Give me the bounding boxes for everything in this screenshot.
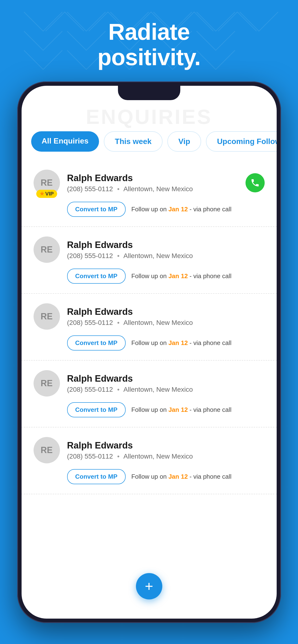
enquiry-details: (208) 555-0112 • Allentown, New Mexico — [67, 452, 265, 460]
followup-text: Follow up on Jan 12 - via phone call — [131, 473, 232, 480]
avatar-container: RE ★VIP — [34, 170, 60, 196]
convert-to-mp-button[interactable]: Convert to MP — [67, 469, 126, 484]
convert-to-mp-button[interactable]: Convert to MP — [67, 202, 126, 217]
convert-to-mp-button[interactable]: Convert to MP — [67, 268, 126, 284]
list-item[interactable]: RE ★VIP Ralph Edwards (208) 555-0112 • A… — [22, 160, 277, 227]
phone-frame: ENQUIRIES All Enquiries This week Vip Up… — [17, 82, 281, 623]
avatar-container: RE — [34, 236, 60, 263]
avatar: RE — [34, 236, 60, 263]
followup-date: Jan 12 — [168, 206, 188, 213]
hero-text: Radiate positivity. — [0, 19, 298, 70]
avatar: RE — [34, 437, 60, 463]
enquiry-name: Ralph Edwards — [67, 440, 265, 451]
separator: • — [117, 319, 120, 326]
enquiry-name: Ralph Edwards — [67, 240, 265, 250]
separator: • — [117, 185, 120, 192]
followup-date: Jan 12 — [168, 473, 188, 480]
action-row: Convert to MP Follow up on Jan 12 - via … — [67, 402, 265, 417]
tab-upcoming-followup[interactable]: Upcoming Followup — [206, 131, 276, 152]
list-item[interactable]: RE Ralph Edwards (208) 555-0112 • Allent… — [22, 227, 277, 294]
action-row: Convert to MP Follow up on Jan 12 - via … — [67, 469, 265, 484]
separator: • — [117, 252, 120, 260]
vip-badge: ★VIP — [36, 190, 57, 198]
enquiry-name: Ralph Edwards — [67, 173, 238, 183]
enquiry-row: RE Ralph Edwards (208) 555-0112 • Allent… — [34, 236, 265, 263]
enquiry-location: Allentown, New Mexico — [123, 252, 193, 260]
list-item[interactable]: RE Ralph Edwards (208) 555-0112 • Allent… — [22, 360, 277, 428]
enquiry-name: Ralph Edwards — [67, 374, 265, 384]
tab-all-enquiries[interactable]: All Enquiries — [31, 131, 99, 152]
avatar: RE — [34, 370, 60, 396]
followup-date: Jan 12 — [168, 339, 188, 346]
enquiry-phone: (208) 555-0112 — [67, 452, 113, 460]
enquiry-details: (208) 555-0112 • Allentown, New Mexico — [67, 319, 265, 326]
followup-text: Follow up on Jan 12 - via phone call — [131, 272, 232, 280]
enquiry-row: RE Ralph Edwards (208) 555-0112 • Allent… — [34, 370, 265, 396]
page-title-area: ENQUIRIES — [22, 105, 277, 129]
enquiry-name: Ralph Edwards — [67, 307, 265, 317]
avatar-container: RE — [34, 303, 60, 330]
followup-text: Follow up on Jan 12 - via phone call — [131, 206, 232, 213]
followup-date: Jan 12 — [168, 406, 188, 413]
add-enquiry-fab[interactable]: + — [136, 573, 162, 600]
convert-to-mp-button[interactable]: Convert to MP — [67, 336, 126, 350]
plus-icon: + — [145, 579, 153, 594]
enquiry-phone: (208) 555-0112 — [67, 386, 113, 393]
enquiry-row: RE ★VIP Ralph Edwards (208) 555-0112 • A… — [34, 170, 265, 196]
notch — [118, 86, 180, 100]
filter-tabs: All Enquiries This week Vip Upcoming Fol… — [31, 131, 277, 152]
enquiry-info: Ralph Edwards (208) 555-0112 • Allentown… — [67, 374, 265, 394]
tab-this-week[interactable]: This week — [104, 131, 163, 152]
hero-line2: positivity. — [0, 44, 298, 70]
action-row: Convert to MP Follow up on Jan 12 - via … — [67, 202, 265, 217]
page-title: ENQUIRIES — [22, 105, 277, 129]
convert-to-mp-button[interactable]: Convert to MP — [67, 402, 126, 417]
call-button[interactable] — [245, 173, 265, 192]
avatar-container: RE — [34, 437, 60, 463]
enquiry-location: Allentown, New Mexico — [123, 452, 193, 460]
enquiry-location: Allentown, New Mexico — [123, 319, 193, 326]
enquiry-info: Ralph Edwards (208) 555-0112 • Allentown… — [67, 173, 238, 193]
avatar-container: RE — [34, 370, 60, 396]
enquiry-info: Ralph Edwards (208) 555-0112 • Allentown… — [67, 440, 265, 460]
separator: • — [117, 386, 120, 393]
phone-screen: ENQUIRIES All Enquiries This week Vip Up… — [22, 86, 277, 618]
enquiry-info: Ralph Edwards (208) 555-0112 • Allentown… — [67, 307, 265, 326]
enquiry-phone: (208) 555-0112 — [67, 252, 113, 260]
enquiry-phone: (208) 555-0112 — [67, 319, 113, 326]
enquiry-details: (208) 555-0112 • Allentown, New Mexico — [67, 252, 265, 260]
action-row: Convert to MP Follow up on Jan 12 - via … — [67, 336, 265, 350]
enquiry-row: RE Ralph Edwards (208) 555-0112 • Allent… — [34, 303, 265, 330]
enquiry-details: (208) 555-0112 • Allentown, New Mexico — [67, 386, 265, 394]
avatar: RE — [34, 303, 60, 330]
enquiry-row: RE Ralph Edwards (208) 555-0112 • Allent… — [34, 437, 265, 463]
hero-line1: Radiate — [0, 19, 298, 44]
action-row: Convert to MP Follow up on Jan 12 - via … — [67, 268, 265, 284]
list-item[interactable]: RE Ralph Edwards (208) 555-0112 • Allent… — [22, 294, 277, 360]
enquiry-location: Allentown, New Mexico — [123, 386, 193, 393]
separator: • — [117, 452, 120, 460]
list-item[interactable]: RE Ralph Edwards (208) 555-0112 • Allent… — [22, 428, 277, 494]
enquiry-location: Allentown, New Mexico — [123, 185, 193, 192]
phone-icon — [250, 178, 260, 188]
vip-star-icon: ★ — [40, 191, 44, 197]
enquiry-details: (208) 555-0112 • Allentown, New Mexico — [67, 185, 238, 193]
followup-text: Follow up on Jan 12 - via phone call — [131, 339, 232, 347]
enquiry-info: Ralph Edwards (208) 555-0112 • Allentown… — [67, 240, 265, 260]
followup-text: Follow up on Jan 12 - via phone call — [131, 406, 232, 414]
tab-vip[interactable]: Vip — [167, 131, 201, 152]
enquiry-list: RE ★VIP Ralph Edwards (208) 555-0112 • A… — [22, 160, 277, 618]
followup-date: Jan 12 — [168, 272, 188, 280]
enquiry-phone: (208) 555-0112 — [67, 185, 113, 192]
screen-content: ENQUIRIES All Enquiries This week Vip Up… — [22, 86, 277, 618]
